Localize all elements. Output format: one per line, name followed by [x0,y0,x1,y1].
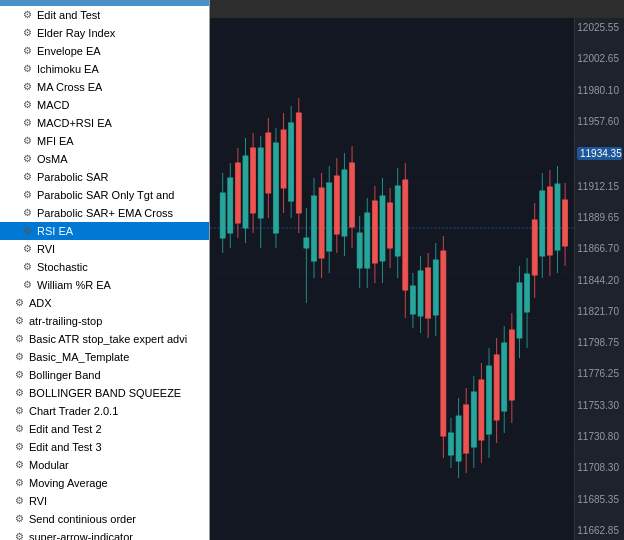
indicator-icon: ⚙ [20,224,34,238]
svg-rect-57 [388,203,393,248]
svg-rect-73 [448,433,453,455]
indicator-icon: ⚙ [20,62,34,76]
nav-item-parabolic-sar[interactable]: ⚙Parabolic SAR [0,168,209,186]
nav-item-envelope-ea[interactable]: ⚙Envelope EA [0,42,209,60]
price-level: 11889.65 [577,212,622,223]
price-level: 11957.60 [577,116,622,127]
indicator-icon: ⚙ [20,188,34,202]
indicator-icon: ⚙ [20,152,34,166]
svg-rect-67 [426,268,431,318]
nav-item-label: OsMA [37,151,68,167]
nav-item-basic-atr[interactable]: ⚙Basic ATR stop_take expert advi [0,330,209,348]
nav-item-parabolic-sar-only[interactable]: ⚙Parabolic SAR Only Tgt and [0,186,209,204]
price-level: 11821.70 [577,306,622,317]
nav-item-william-r-ea[interactable]: ⚙William %R EA [0,276,209,294]
indicator-icon: ⚙ [20,26,34,40]
indicator-icon: ⚙ [20,260,34,274]
nav-item-adx[interactable]: ⚙ADX [0,294,209,312]
price-axis: 12025.5512002.6511980.1011957.6011934.35… [574,18,624,540]
svg-rect-65 [418,271,423,316]
price-level: 11934.35 [577,147,622,160]
indicator-icon: ⚙ [20,206,34,220]
svg-rect-49 [357,233,362,268]
svg-rect-29 [281,130,286,188]
indicator-icon: ⚙ [12,350,26,364]
svg-rect-37 [311,196,316,261]
nav-item-moving-average[interactable]: ⚙Moving Average [0,474,209,492]
svg-rect-19 [243,156,248,228]
svg-rect-23 [258,148,263,218]
svg-rect-83 [486,366,491,434]
nav-item-edit-test-3[interactable]: ⚙Edit and Test 3 [0,438,209,456]
nav-item-edit-test[interactable]: ⚙Edit and Test [0,6,209,24]
svg-rect-89 [509,330,514,400]
svg-rect-61 [403,180,408,290]
indicator-icon: ⚙ [20,8,34,22]
nav-item-label: Edit and Test 2 [29,421,102,437]
nav-item-bollinger-band[interactable]: ⚙Bollinger Band [0,366,209,384]
nav-item-basic-ma[interactable]: ⚙Basic_MA_Template [0,348,209,366]
nav-item-stochastic[interactable]: ⚙Stochastic [0,258,209,276]
svg-rect-81 [479,380,484,440]
nav-item-label: Basic ATR stop_take expert advi [29,331,187,347]
chart-area: 12025.5512002.6511980.1011957.6011934.35… [210,0,624,540]
svg-rect-103 [563,200,568,246]
price-level: 11776.25 [577,368,622,379]
svg-rect-53 [372,201,377,263]
nav-item-label: Edit and Test 3 [29,439,102,455]
nav-item-elder-ray[interactable]: ⚙Elder Ray Index [0,24,209,42]
nav-item-ma-cross-ea[interactable]: ⚙MA Cross EA [0,78,209,96]
nav-item-label: Chart Trader 2.0.1 [29,403,118,419]
nav-item-rvi2[interactable]: ⚙RVI [0,492,209,510]
nav-item-send-continuous[interactable]: ⚙Send continious order [0,510,209,528]
nav-item-edit-test-2[interactable]: ⚙Edit and Test 2 [0,420,209,438]
indicator-icon: ⚙ [12,494,26,508]
indicator-icon: ⚙ [12,296,26,310]
indicator-icon: ⚙ [12,332,26,346]
nav-item-label: Ichimoku EA [37,61,99,77]
nav-item-label: RVI [29,493,47,509]
indicator-icon: ⚙ [12,512,26,526]
nav-item-label: Edit and Test [37,7,100,23]
svg-rect-71 [441,251,446,436]
nav-item-label: MA Cross EA [37,79,102,95]
nav-item-macd[interactable]: ⚙MACD [0,96,209,114]
nav-item-rsi-ea[interactable]: ⚙RSI EA [0,222,209,240]
nav-item-parabolic-sar-ema[interactable]: ⚙Parabolic SAR+ EMA Cross [0,204,209,222]
nav-item-label: Envelope EA [37,43,101,59]
nav-item-mfi-ea[interactable]: ⚙MFI EA [0,132,209,150]
indicator-icon: ⚙ [12,458,26,472]
candlestick-chart [210,18,574,540]
nav-item-label: Parabolic SAR+ EMA Cross [37,205,173,221]
svg-rect-69 [433,260,438,315]
svg-rect-85 [494,355,499,420]
nav-item-bollinger-squeeze[interactable]: ⚙BOLLINGER BAND SQUEEZE [0,384,209,402]
nav-item-label: Stochastic [37,259,88,275]
indicator-icon: ⚙ [20,80,34,94]
nav-item-modular[interactable]: ⚙Modular [0,456,209,474]
nav-item-chart-trader[interactable]: ⚙Chart Trader 2.0.1 [0,402,209,420]
svg-rect-95 [532,220,537,275]
svg-rect-59 [395,186,400,256]
nav-item-macd-rsi-ea[interactable]: ⚙MACD+RSI EA [0,114,209,132]
nav-item-label: super-arrow-indicator [29,529,133,540]
price-level: 11708.30 [577,462,622,473]
svg-rect-87 [502,343,507,411]
chart-canvas[interactable] [210,18,574,540]
svg-rect-91 [517,283,522,338]
nav-item-atr-trailing[interactable]: ⚙atr-trailing-stop [0,312,209,330]
indicator-icon: ⚙ [12,314,26,328]
nav-item-label: William %R EA [37,277,111,293]
navigator-panel: ⚙Edit and Test⚙Elder Ray Index⚙Envelope … [0,0,210,540]
svg-rect-27 [273,143,278,233]
nav-item-rvi[interactable]: ⚙RVI [0,240,209,258]
svg-rect-97 [540,191,545,256]
svg-rect-47 [350,163,355,227]
nav-item-label: Modular [29,457,69,473]
nav-item-osma[interactable]: ⚙OsMA [0,150,209,168]
nav-item-ichimoku-ea[interactable]: ⚙Ichimoku EA [0,60,209,78]
indicator-icon: ⚙ [20,134,34,148]
indicator-icon: ⚙ [12,530,26,540]
nav-item-super-arrow[interactable]: ⚙super-arrow-indicator [0,528,209,540]
nav-item-label: atr-trailing-stop [29,313,102,329]
